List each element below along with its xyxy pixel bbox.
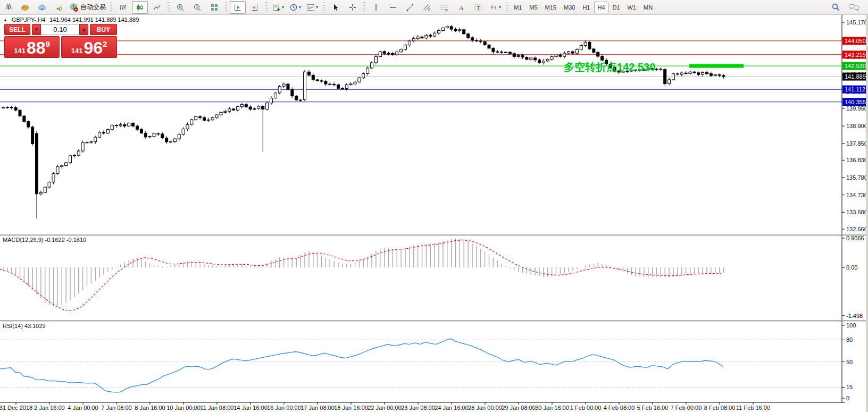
autotrading-button[interactable]: 自动交易 [68, 1, 107, 14]
zoomout-icon [193, 3, 202, 12]
chart-text-annotation[interactable]: 多空转折点142.530 [564, 60, 655, 74]
chart-shift-button[interactable] [247, 1, 263, 14]
periods-button[interactable]: ▾ [287, 1, 303, 14]
dropdown-arrow-icon[interactable]: ▾ [299, 5, 301, 10]
macd-indicator-label: MACD(12,26,9) -0.1622 -0.1810 [3, 237, 86, 243]
buy-price-button[interactable]: 141 96 2 [61, 36, 117, 58]
dropdown-arrow-icon[interactable]: ▾ [282, 5, 284, 10]
tile-windows-button[interactable] [206, 1, 222, 14]
buy-button[interactable]: BUY [90, 24, 117, 35]
svg-text:11 Feb 16:00: 11 Feb 16:00 [736, 405, 770, 411]
svg-text:2 Jan 16:00: 2 Jan 16:00 [34, 405, 65, 411]
vertical-line-button[interactable] [368, 1, 384, 14]
svg-text:143.215: 143.215 [845, 52, 866, 58]
svg-text:F: F [446, 8, 448, 12]
chart-canvas[interactable]: 145.170144.120143.070142.020140.970139.9… [0, 0, 868, 412]
fibonacci-button[interactable]: F [436, 1, 452, 14]
timeframe-d1-button[interactable]: D1 [610, 2, 623, 13]
chat-button[interactable] [847, 1, 863, 14]
bars-view-button[interactable] [115, 1, 131, 14]
signals-button[interactable] [51, 1, 67, 14]
new-order-button[interactable]: 单 [0, 1, 16, 14]
volume-increase-button[interactable]: ▲ [79, 24, 88, 35]
panel-separator[interactable] [0, 322, 868, 322]
timeframe-w1-button[interactable]: W1 [624, 2, 640, 13]
search-button[interactable] [828, 1, 844, 14]
svg-text:5 Feb 16:00: 5 Feb 16:00 [637, 405, 669, 411]
svg-text:134.730: 134.730 [846, 192, 867, 198]
line-view-button[interactable] [149, 1, 165, 14]
toolbar-separator [110, 2, 112, 13]
timeframe-h4-button[interactable]: H4 [594, 2, 608, 13]
tline-icon [406, 3, 414, 12]
sell-button[interactable]: SELL [4, 24, 30, 35]
timeframe-m30-button[interactable]: M30 [561, 2, 578, 13]
svg-text:139.950: 139.950 [846, 105, 867, 112]
panel-separator[interactable] [0, 234, 868, 234]
sell-price-pip: 9 [45, 39, 49, 48]
macd-panel: 0.90660.00-1.498 [0, 235, 864, 319]
autoscroll-icon [233, 3, 242, 12]
timeframe-mn-button[interactable]: MN [640, 2, 656, 13]
sell-price-button[interactable]: 141 88 9 [4, 36, 60, 58]
dropdown-arrow-icon[interactable]: ▾ [499, 5, 501, 10]
zoom-in-button[interactable] [172, 1, 188, 14]
indicators-button[interactable]: ▾ [270, 1, 286, 14]
rsi-indicator-label: RSI(14) 43.1029 [3, 323, 46, 329]
new-chart-button[interactable] [17, 1, 33, 14]
chat-icon [849, 3, 861, 12]
candles-view-button[interactable] [132, 1, 148, 14]
channel-button[interactable]: E [419, 1, 435, 14]
svg-text:31 Dec 2018: 31 Dec 2018 [0, 405, 32, 411]
volume-input[interactable]: 0.10 [41, 24, 79, 35]
svg-text:0: 0 [846, 395, 849, 401]
panel-separator[interactable] [0, 236, 868, 236]
collapse-panel-icon[interactable]: ▲ [3, 18, 7, 22]
trend-segment-object[interactable] [689, 64, 744, 68]
timeframe-m1-button[interactable]: M1 [511, 2, 525, 13]
svg-text:E: E [428, 7, 431, 11]
one-click-trading-panel: SELL ▼ 0.10 ▲ BUY 141 88 9 141 96 2 [4, 24, 117, 58]
arrows-button[interactable]: ▾ [487, 1, 503, 14]
time-axis[interactable]: 31 Dec 20182 Jan 16:004 Jan 00:007 Jan 0… [0, 402, 770, 411]
text-button[interactable]: A [453, 1, 469, 14]
hline-icon [389, 3, 397, 12]
volume-decrease-button[interactable]: ▼ [32, 24, 41, 35]
shift-icon [251, 3, 259, 12]
profiles-button[interactable] [34, 1, 50, 14]
button-label: 单 [6, 3, 12, 12]
svg-text:7 Feb 00:00: 7 Feb 00:00 [671, 405, 702, 411]
macd-signal-line [0, 240, 721, 310]
trendline-button[interactable] [402, 1, 418, 14]
tile-icon [210, 3, 219, 12]
crosshair-button[interactable] [345, 1, 361, 14]
arrows-icon [489, 3, 498, 12]
svg-text:141.112: 141.112 [845, 86, 865, 93]
timeframe-h1-button[interactable]: H1 [579, 2, 593, 13]
cursor-icon [331, 3, 340, 12]
bars-icon [119, 3, 127, 12]
svg-text:136.830: 136.830 [846, 157, 867, 163]
svg-text:-1.498: -1.498 [846, 313, 863, 319]
symbol-ohlc-values: 141.964 141.991 141.889 141.889 [49, 16, 139, 23]
textA-icon: A [457, 3, 465, 12]
timeframe-m5-button[interactable]: M5 [526, 2, 540, 13]
cursor-button[interactable] [328, 1, 344, 14]
templates-button[interactable]: ▾ [304, 1, 320, 14]
autoscroll-button[interactable] [230, 1, 246, 14]
timeframe-m15-button[interactable]: M15 [542, 2, 560, 13]
label-button[interactable]: T [470, 1, 486, 14]
goldchart-icon [21, 3, 29, 12]
svg-text:15: 15 [846, 384, 853, 390]
svg-text:8 Jan 16:00: 8 Jan 16:00 [135, 405, 165, 411]
rsi-line [0, 339, 723, 392]
toolbar-separator [323, 2, 325, 13]
horizontal-line-button[interactable] [385, 1, 401, 14]
cloud-icon [38, 3, 46, 12]
sell-price-main: 88 [27, 40, 46, 56]
template-icon [306, 3, 315, 12]
zoom-out-button[interactable] [189, 1, 205, 14]
search-icon [831, 3, 840, 12]
panel-separator[interactable] [0, 320, 868, 321]
dropdown-arrow-icon[interactable]: ▾ [316, 5, 318, 10]
